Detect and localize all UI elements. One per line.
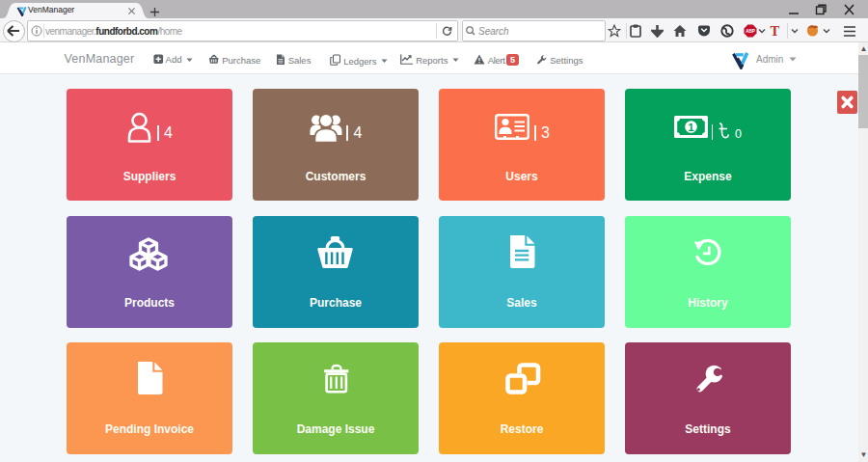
svg-text:1: 1 bbox=[688, 121, 694, 132]
svg-text:ABP: ABP bbox=[746, 29, 755, 34]
